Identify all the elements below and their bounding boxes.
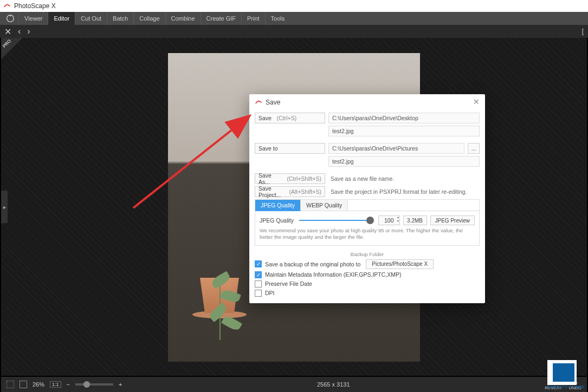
zoom-percent: 26% xyxy=(33,381,44,388)
dialog-titlebar: Save ✕ xyxy=(249,94,485,110)
zoom-slider[interactable] xyxy=(75,383,113,386)
pro-badge xyxy=(1,38,23,60)
save-button[interactable]: Save (Ctrl+S) xyxy=(255,113,325,123)
menu-create-gif[interactable]: Create GIF xyxy=(201,12,241,25)
tab-jpeg-quality[interactable]: JPEG Quality xyxy=(255,200,301,211)
save-filename-field[interactable]: test2.jpg xyxy=(328,126,480,136)
watermark: GADGETS TO USE xyxy=(547,360,585,389)
save-path-field[interactable]: C:\Users\paras\OneDrive\Desktop xyxy=(328,113,480,123)
save-as-desc: Save as a new file name. xyxy=(328,175,394,182)
menu-collage[interactable]: Collage xyxy=(133,12,165,25)
menu-print[interactable]: Print xyxy=(241,12,265,25)
app-title: PhotoScape X xyxy=(14,2,56,10)
dialog-close-icon[interactable]: ✕ xyxy=(473,97,480,106)
grid-icon[interactable] xyxy=(7,381,14,388)
dialog-title-text: Save xyxy=(266,99,280,106)
next-icon[interactable]: › xyxy=(27,27,30,37)
menu-editor[interactable]: Editor xyxy=(48,12,75,25)
quality-panel: JPEG Quality WEBP Quality JPEG Quality 1… xyxy=(255,199,480,246)
menu-combine[interactable]: Combine xyxy=(165,12,201,25)
save-to-button[interactable]: Save to xyxy=(255,143,325,154)
jpeg-preview-button[interactable]: JPEG Preview xyxy=(430,215,475,225)
titlebar: PhotoScape X xyxy=(0,0,588,12)
app-logo-icon xyxy=(3,2,11,10)
menu-cut-out[interactable]: Cut Out xyxy=(75,12,107,25)
save-backup-label: Save a backup of the original photo to xyxy=(265,261,360,267)
fit-icon[interactable] xyxy=(20,381,27,388)
browse-button[interactable]: ... xyxy=(468,143,480,154)
bracket-icon[interactable]: [ xyxy=(582,28,584,35)
tab-webp-quality[interactable]: WEBP Quality xyxy=(301,200,348,211)
image-dimensions: 2565 x 3131 xyxy=(122,381,545,388)
checkbox-dpi[interactable] xyxy=(255,290,262,297)
checkbox-preserve-date[interactable] xyxy=(255,280,262,288)
metadata-label: Maintain Metadata Information (EXIF,GPS,… xyxy=(265,271,402,278)
dpi-label: DPI xyxy=(265,290,275,296)
save-project-desc: Save the project in PSXPRJ format for la… xyxy=(328,188,467,195)
jpeg-quality-label: JPEG Quality xyxy=(260,217,294,224)
save-dialog: Save ✕ Save (Ctrl+S) C:\Users\paras\OneD… xyxy=(249,94,485,303)
prev-icon[interactable]: ‹ xyxy=(18,27,21,37)
jpeg-quality-slider[interactable] xyxy=(299,220,373,221)
close-icon[interactable]: ✕ xyxy=(4,27,11,37)
checkbox-metadata[interactable]: ✓ xyxy=(255,271,262,278)
save-project-button[interactable]: Save Project... (Alt+Shift+S) xyxy=(255,186,325,197)
side-panel-handle[interactable]: ▸ xyxy=(1,191,8,223)
jpeg-quality-value[interactable]: 100 xyxy=(378,215,400,225)
jpeg-file-size: 3.2MB xyxy=(403,215,427,225)
save-to-filename-field[interactable]: test2.jpg xyxy=(328,156,480,167)
quality-recommend-text: We recommend you save your photo at high… xyxy=(260,227,475,241)
menu-viewer[interactable]: Viewer xyxy=(18,12,48,25)
editor-toolbar: ✕ ‹ › [ xyxy=(0,25,588,38)
backup-folder-header: Backup Folder xyxy=(255,251,480,257)
backup-folder-button[interactable]: Pictures/PhotoScape X xyxy=(366,259,434,269)
checkbox-save-backup[interactable]: ✓ xyxy=(255,260,262,267)
zoom-slider-thumb[interactable] xyxy=(83,381,90,388)
zoom-out-icon[interactable]: − xyxy=(67,381,70,388)
zoom-ratio-button[interactable]: 1:1 xyxy=(50,381,61,388)
save-as-button[interactable]: Save As... (Ctrl+Shift+S) xyxy=(255,173,325,184)
menu-batch[interactable]: Batch xyxy=(107,12,133,25)
status-bar: 26% 1:1 − + 2565 x 3131 REVERT UNDO xyxy=(1,377,587,392)
menubar: Viewer Editor Cut Out Batch Collage Comb… xyxy=(0,12,588,25)
dialog-logo-icon xyxy=(255,99,262,106)
save-to-path-field[interactable]: C:\Users\paras\OneDrive\Pictures xyxy=(328,143,464,154)
menu-tools[interactable]: Tools xyxy=(265,12,290,25)
preserve-date-label: Preserve File Date xyxy=(265,280,312,287)
slider-thumb[interactable] xyxy=(366,217,374,224)
home-icon[interactable] xyxy=(5,14,15,23)
